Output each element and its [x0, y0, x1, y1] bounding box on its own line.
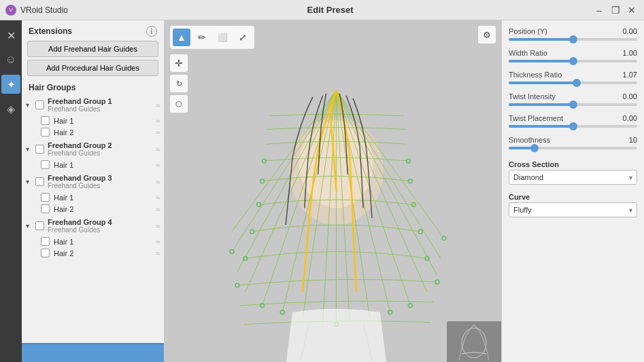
twist-intensity-slider[interactable] — [509, 103, 637, 106]
hair-btn[interactable]: ✦ — [1, 75, 20, 94]
hair-item-1-1[interactable]: Hair 1 ≈ — [22, 115, 164, 126]
hair-checkbox-1-1[interactable] — [41, 116, 50, 125]
group-item-3: ▾ Freehand Group 3 Freehand Guides ≈ Hai… — [22, 172, 164, 215]
body-btn[interactable]: ◈ — [1, 99, 20, 118]
group-sub-3: Freehand Guides — [48, 182, 156, 189]
twist-intensity-row: Twist Intensity 0.00 — [509, 92, 637, 109]
smoothness-label: Smoothness — [509, 136, 550, 144]
extensions-info-icon[interactable]: i — [146, 26, 157, 37]
group-info-3: Freehand Group 3 Freehand Guides — [48, 174, 156, 189]
width-ratio-thumb[interactable] — [569, 57, 577, 65]
hair-checkbox-2-1[interactable] — [41, 160, 50, 169]
group-name-3: Freehand Group 3 — [48, 174, 156, 182]
group-checkbox-1[interactable] — [35, 101, 44, 109]
cross-section-label: Cross Section — [509, 160, 637, 168]
smoothness-row: Smoothness 10 — [509, 136, 637, 152]
group-name-2: Freehand Group 2 — [48, 141, 156, 149]
width-ratio-value: 1.00 — [623, 49, 637, 57]
close-sidebar-btn[interactable]: ✕ — [1, 26, 20, 45]
group-header-4[interactable]: ▾ Freehand Group 4 Freehand Guides ≈ — [22, 216, 164, 236]
group-checkbox-2[interactable] — [35, 145, 44, 153]
hair-icon-2-1: ≈ — [156, 161, 160, 169]
extensions-label: Extensions — [29, 26, 72, 36]
titlebar-left: V VRoid Studio — [5, 5, 68, 16]
hair-label-4-1: Hair 1 — [54, 238, 156, 246]
hair-item-4-2[interactable]: Hair 2 ≈ — [22, 247, 164, 259]
extensions-header: Extensions i — [22, 20, 164, 39]
position-y-label: Position (Y) — [509, 27, 547, 35]
position-y-value: 0.00 — [623, 27, 637, 35]
window-controls: – ❐ ✕ — [592, 3, 639, 17]
width-ratio-slider[interactable] — [509, 60, 637, 62]
restore-button[interactable]: ❐ — [609, 3, 622, 17]
face-btn[interactable]: ☺ — [1, 50, 20, 69]
hair-label-1-2: Hair 2 — [54, 128, 156, 137]
group-checkbox-4[interactable] — [35, 221, 44, 230]
hair-icon-3-1: ≈ — [156, 194, 160, 202]
hair-label-3-1: Hair 1 — [54, 194, 156, 202]
hair-visualization — [165, 20, 501, 362]
group-header-1[interactable]: ▾ Freehand Group 1 Freehand Guides ≈ — [22, 95, 164, 115]
group-header-3[interactable]: ▾ Freehand Group 3 Freehand Guides ≈ — [22, 172, 164, 192]
chevron-1: ▾ — [26, 101, 33, 109]
position-y-thumb[interactable] — [569, 35, 577, 43]
titlebar: V VRoid Studio Edit Preset – ❐ ✕ — [0, 0, 644, 20]
hair-label-2-1: Hair 1 — [54, 161, 156, 169]
hair-checkbox-3-1[interactable] — [41, 193, 50, 202]
curve-label: Curve — [509, 193, 637, 201]
smoothness-value: 10 — [629, 136, 637, 144]
hair-label-1-1: Hair 1 — [54, 117, 156, 125]
chevron-3: ▾ — [26, 178, 33, 185]
hair-groups-label: Hair Groups — [22, 77, 164, 95]
twist-placement-slider[interactable] — [509, 125, 637, 128]
thumbnail-preview — [447, 321, 501, 362]
add-freehand-button[interactable]: Add Freehand Hair Guides — [27, 41, 158, 57]
hair-checkbox-3-2[interactable] — [41, 204, 50, 213]
thickness-ratio-slider[interactable] — [509, 82, 637, 84]
close-button[interactable]: ✕ — [625, 3, 639, 17]
curve-dropdown[interactable]: Fluffy ▾ — [509, 202, 637, 217]
hair-item-2-1[interactable]: Hair 1 ≈ — [22, 159, 164, 170]
hair-checkbox-4-1[interactable] — [41, 237, 50, 246]
position-y-slider[interactable] — [509, 38, 637, 41]
group-icon-4: ≈ — [156, 222, 160, 230]
hair-icon-1-2: ≈ — [156, 128, 160, 137]
viewport[interactable]: ▲ ✏ ⬜ ⤢ ⚙ ✛ ↻ ⬡ — [165, 20, 501, 362]
group-info-4: Freehand Group 4 Freehand Guides — [48, 218, 156, 234]
group-header-2[interactable]: ▾ Freehand Group 2 Freehand Guides ≈ — [22, 139, 164, 159]
curve-arrow-icon: ▾ — [629, 206, 632, 214]
svg-rect-38 — [447, 321, 501, 362]
group-info-2: Freehand Group 2 Freehand Guides — [48, 141, 156, 157]
add-procedural-button[interactable]: Add Procedural Hair Guides — [27, 60, 158, 76]
position-y-row: Position (Y) 0.00 — [509, 27, 637, 43]
thickness-ratio-row: Thickness Ratio 1.07 — [509, 71, 637, 87]
hair-item-4-1[interactable]: Hair 1 ≈ — [22, 236, 164, 247]
group-checkbox-3[interactable] — [35, 177, 44, 186]
chevron-2: ▾ — [26, 145, 33, 153]
hair-checkbox-1-2[interactable] — [41, 128, 50, 137]
cross-section-dropdown[interactable]: Diamond ▾ — [509, 170, 637, 185]
group-info-1: Freehand Group 1 Freehand Guides — [48, 97, 156, 113]
main-layout: ✕ ☺ ✦ ◈ Extensions i Add Freehand Hair G… — [0, 20, 644, 362]
hair-item-1-2[interactable]: Hair 2 ≈ — [22, 126, 164, 138]
hair-item-3-2[interactable]: Hair 2 ≈ — [22, 203, 164, 215]
group-sub-2: Freehand Guides — [48, 149, 156, 157]
window-title: Edit Preset — [307, 5, 354, 15]
group-name-1: Freehand Group 1 — [48, 97, 156, 105]
hair-item-3-1[interactable]: Hair 1 ≈ — [22, 192, 164, 203]
minimize-button[interactable]: – — [592, 3, 606, 17]
hair-icon-3-2: ≈ — [156, 205, 160, 213]
smoothness-slider[interactable] — [509, 147, 637, 149]
curve-row: Curve Fluffy ▾ — [509, 190, 637, 217]
twist-placement-value: 0.00 — [623, 114, 637, 122]
twist-placement-thumb[interactable] — [569, 122, 577, 130]
hair-icon-4-1: ≈ — [156, 238, 160, 246]
hair-icon-4-2: ≈ — [156, 249, 160, 257]
twist-intensity-thumb[interactable] — [569, 101, 577, 109]
smoothness-thumb[interactable] — [530, 144, 539, 152]
group-icon-2: ≈ — [156, 145, 160, 153]
cross-section-arrow-icon: ▾ — [629, 174, 632, 181]
group-item-4: ▾ Freehand Group 4 Freehand Guides ≈ Hai… — [22, 216, 164, 259]
hair-checkbox-4-2[interactable] — [41, 249, 50, 257]
thickness-ratio-thumb[interactable] — [573, 79, 581, 87]
